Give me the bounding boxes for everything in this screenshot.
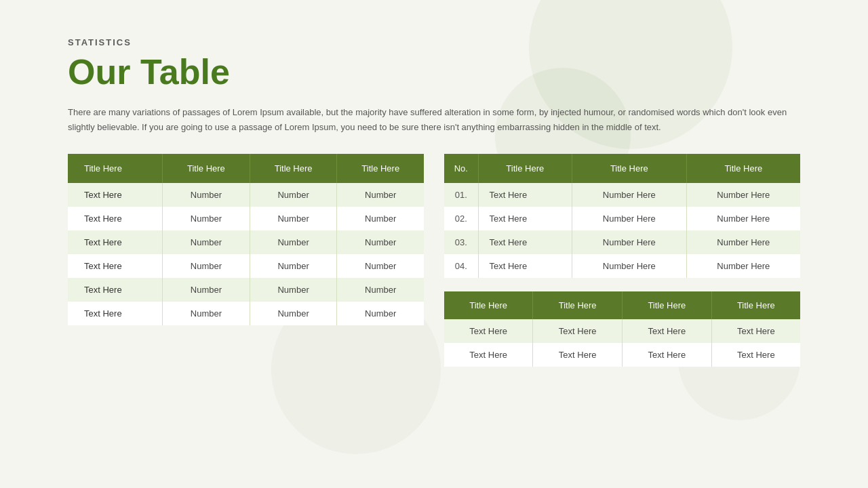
section-label: STATISTICS xyxy=(68,37,800,47)
table-row: Text HereNumberNumberNumber xyxy=(68,207,424,230)
table-cell: Number xyxy=(163,302,250,325)
table-cell: Number xyxy=(337,254,424,278)
page-title: Our Table xyxy=(68,53,800,92)
table-cell: Number xyxy=(337,230,424,254)
table-cell: Text Here xyxy=(478,183,572,207)
table-cell: Number Here xyxy=(572,183,687,207)
table-cell: 03. xyxy=(444,230,478,254)
table-cell: Text Here xyxy=(68,278,163,302)
table-cell: Number Here xyxy=(686,207,800,230)
right-top-table-header: Title Here xyxy=(572,154,687,183)
right-top-table: No.Title HereTitle HereTitle Here 01.Tex… xyxy=(444,154,800,278)
table-cell: Number xyxy=(250,278,337,302)
table-cell: Number xyxy=(250,254,337,278)
right-bottom-table-header: Title Here xyxy=(711,291,800,319)
table-cell: Number xyxy=(163,183,250,207)
table-cell: Text Here xyxy=(68,302,163,325)
left-table-header: Title Here xyxy=(163,154,250,183)
table-cell: Text Here xyxy=(478,230,572,254)
table-cell: Number xyxy=(337,302,424,325)
left-table-header: Title Here xyxy=(337,154,424,183)
table-row: Text HereText HereText HereText Here xyxy=(444,343,800,367)
left-table-header: Title Here xyxy=(250,154,337,183)
table-cell: 02. xyxy=(444,207,478,230)
right-top-table-header: No. xyxy=(444,154,478,183)
table-row: Text HereNumberNumberNumber xyxy=(68,183,424,207)
table-cell: 04. xyxy=(444,254,478,278)
table-cell: Number xyxy=(250,302,337,325)
table-cell: Text Here xyxy=(68,230,163,254)
table-cell: Number Here xyxy=(686,254,800,278)
table-cell: Text Here xyxy=(478,207,572,230)
table-row: Text HereText HereText HereText Here xyxy=(444,319,800,343)
table-cell: Text Here xyxy=(533,343,623,367)
table-cell: Number Here xyxy=(572,207,687,230)
table-cell: 01. xyxy=(444,183,478,207)
table-cell: Number Here xyxy=(572,254,687,278)
table-cell: Text Here xyxy=(622,343,711,367)
table-row: 03.Text HereNumber HereNumber Here xyxy=(444,230,800,254)
table-cell: Text Here xyxy=(533,319,623,343)
table-row: 01.Text HereNumber HereNumber Here xyxy=(444,183,800,207)
table-cell: Text Here xyxy=(68,183,163,207)
table-row: Text HereNumberNumberNumber xyxy=(68,278,424,302)
right-top-table-header: Title Here xyxy=(478,154,572,183)
table-row: 02.Text HereNumber HereNumber Here xyxy=(444,207,800,230)
table-cell: Number xyxy=(163,278,250,302)
left-table-header: Title Here xyxy=(68,154,163,183)
table-cell: Text Here xyxy=(711,319,800,343)
description: There are many variations of passages of… xyxy=(68,105,800,135)
table-cell: Number xyxy=(337,207,424,230)
right-bottom-table-header: Title Here xyxy=(533,291,623,319)
right-bottom-table-header: Title Here xyxy=(444,291,533,319)
right-tables-wrapper: No.Title HereTitle HereTitle Here 01.Tex… xyxy=(444,154,800,367)
table-row: Text HereNumberNumberNumber xyxy=(68,254,424,278)
table-cell: Number xyxy=(250,183,337,207)
tables-container: Title HereTitle HereTitle HereTitle Here… xyxy=(68,154,800,367)
table-cell: Number Here xyxy=(686,230,800,254)
table-cell: Number xyxy=(163,207,250,230)
table-cell: Number xyxy=(250,230,337,254)
table-cell: Number xyxy=(337,278,424,302)
table-row: 04.Text HereNumber HereNumber Here xyxy=(444,254,800,278)
table-row: Text HereNumberNumberNumber xyxy=(68,302,424,325)
table-cell: Number xyxy=(163,254,250,278)
table-cell: Text Here xyxy=(622,319,711,343)
left-table-wrapper: Title HereTitle HereTitle HereTitle Here… xyxy=(68,154,424,367)
table-cell: Text Here xyxy=(478,254,572,278)
table-cell: Number xyxy=(337,183,424,207)
right-bottom-table: Title HereTitle HereTitle HereTitle Here… xyxy=(444,291,800,367)
table-cell: Text Here xyxy=(68,207,163,230)
table-cell: Number Here xyxy=(686,183,800,207)
table-cell: Number xyxy=(250,207,337,230)
table-cell: Number xyxy=(163,230,250,254)
table-cell: Text Here xyxy=(68,254,163,278)
right-top-table-header: Title Here xyxy=(686,154,800,183)
left-table: Title HereTitle HereTitle HereTitle Here… xyxy=(68,154,424,325)
right-bottom-table-header: Title Here xyxy=(622,291,711,319)
table-cell: Text Here xyxy=(444,343,533,367)
table-cell: Text Here xyxy=(711,343,800,367)
table-row: Text HereNumberNumberNumber xyxy=(68,230,424,254)
table-cell: Text Here xyxy=(444,319,533,343)
page-content: STATISTICS Our Table There are many vari… xyxy=(0,0,868,394)
table-cell: Number Here xyxy=(572,230,687,254)
